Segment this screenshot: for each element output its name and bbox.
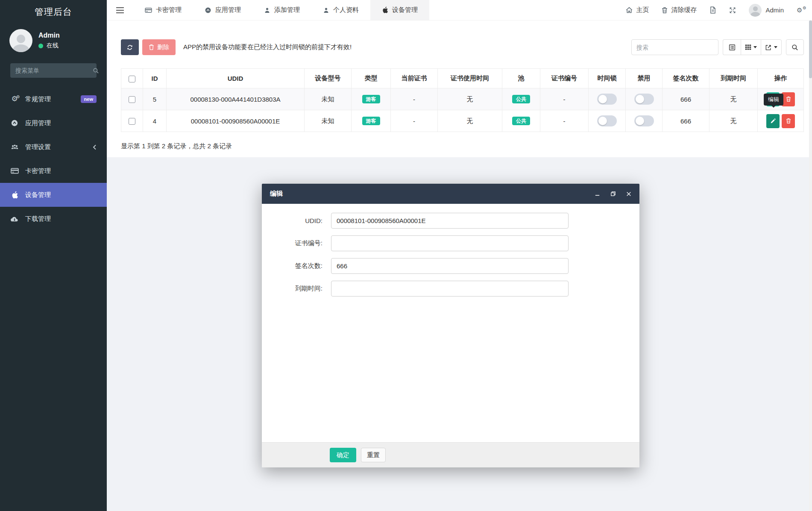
expand-icon [729,7,736,14]
avatar [749,4,762,17]
navbar-user-menu[interactable]: Admin [749,4,784,17]
udid-label: UDID: [262,217,322,224]
sidebar-item-download[interactable]: 下载管理 [0,207,107,231]
sidebar-item-device[interactable]: 设备管理 [0,183,107,207]
export-button[interactable] [761,39,782,55]
reset-button[interactable]: 重置 [361,448,386,462]
cell-id: 4 [143,110,167,132]
page-scrollbar[interactable] [809,21,812,511]
user-icon [323,7,329,14]
nav-tabs: 卡密管理 应用管理 添加管理 个人资料 设备管理 [133,0,429,20]
minimize-icon[interactable] [595,191,600,197]
detail-view-button[interactable] [723,39,741,55]
columns-button[interactable] [741,39,761,55]
detail-view-icon [729,44,736,51]
close-icon[interactable] [626,191,631,197]
tab-label: 应用管理 [215,6,241,14]
expire-time-field[interactable] [331,281,569,297]
cell-cert-time: 无 [438,110,502,132]
select-all-checkbox[interactable] [129,76,135,82]
pencil-icon [770,118,776,124]
settings-button[interactable]: ⚙⚙ [797,6,805,14]
sidebar-item-label: 设备管理 [25,191,51,199]
delete-row-button[interactable] [782,114,795,128]
tab-label: 设备管理 [392,6,418,14]
disable-toggle[interactable] [634,94,654,105]
column-header-disabled: 禁用 [626,69,662,88]
sign-count-field[interactable] [331,258,569,274]
refresh-button[interactable] [121,39,139,55]
udid-field[interactable] [331,213,569,229]
cell-cert-no: - [540,110,589,132]
row-checkbox[interactable] [129,118,135,125]
table-search-input[interactable] [631,39,718,55]
app-circle-icon [10,119,19,127]
row-checkbox[interactable] [129,96,135,103]
tab-profile[interactable]: 个人资料 [311,0,370,20]
search-button[interactable] [786,39,804,55]
language-file-button[interactable] [709,6,716,14]
table-toolbar: 删除 APP的禁用设备功能要在已经注入过时间锁的前提下才有效! [121,39,804,55]
disable-toggle[interactable] [634,115,654,126]
columns-grid-icon [745,44,751,50]
sidebar-search-input[interactable] [15,67,93,74]
column-header-actions: 操作 [758,69,804,88]
sidebar-item-label: 下载管理 [25,215,51,223]
cert-no-label: 证书编号: [262,239,322,247]
trash-icon [786,118,791,124]
sidebar-toggle-button[interactable] [107,0,133,20]
tab-card-management[interactable]: 卡密管理 [133,0,193,20]
home-link[interactable]: 主页 [626,6,649,14]
clear-cache-label: 清除缓存 [671,6,697,14]
cell-model: 未知 [305,110,352,132]
confirm-button[interactable]: 确定 [330,448,356,462]
caret-down-icon [753,46,757,48]
time-lock-toggle[interactable] [597,94,617,105]
user-name: Admin [38,32,60,39]
app-circle-icon [205,7,211,14]
delete-row-button[interactable] [782,92,795,106]
sidebar-menu: ⚙⚙ 常规管理 new 应用管理 管理设置 [0,87,107,231]
type-badge: 游客 [362,117,380,125]
hamburger-icon [116,10,124,11]
delete-button[interactable]: 删除 [142,39,176,55]
toolbar-right [631,39,804,55]
edit-button[interactable] [766,114,780,128]
sidebar-item-card[interactable]: 卡密管理 [0,159,107,183]
time-lock-toggle[interactable] [597,115,617,126]
home-label: 主页 [636,6,649,14]
sidebar-item-app[interactable]: 应用管理 [0,111,107,135]
user-icon [264,7,270,14]
cell-udid: 00008101-000908560A00001E [167,110,305,132]
maximize-icon[interactable] [610,191,616,197]
cell-id: 5 [143,88,167,110]
cert-no-field[interactable] [331,235,569,251]
modal-title: 编辑 [270,190,283,198]
scrollbar-thumb[interactable] [809,21,812,78]
cell-sign-count: 666 [662,110,709,132]
sidebar-item-general[interactable]: ⚙⚙ 常规管理 new [0,87,107,111]
column-header-model: 设备型号 [305,69,352,88]
navbar-right: 主页 清除缓存 Admin ⚙⚙ [626,0,812,20]
tab-label: 添加管理 [274,6,300,14]
cell-sign-count: 666 [662,88,709,110]
fullscreen-button[interactable] [729,7,736,14]
modal-header: 编辑 [262,184,639,204]
trash-icon [786,96,791,102]
warning-text: APP的禁用设备功能要在已经注入过时间锁的前提下才有效! [183,43,352,51]
tab-add-management[interactable]: 添加管理 [252,0,311,20]
user-status-label: 在线 [47,42,59,50]
tab-label: 卡密管理 [156,6,182,14]
apple-icon [10,191,19,199]
record-summary: 显示第 1 到第 2 条记录，总共 2 条记录 [121,142,812,150]
cloud-download-icon [10,215,19,222]
tab-app-management[interactable]: 应用管理 [193,0,252,20]
avatar [9,29,32,52]
sidebar-item-admin-settings[interactable]: 管理设置 [0,135,107,159]
type-badge: 游客 [362,95,380,103]
pool-badge: 公共 [512,95,530,103]
sidebar-item-label: 卡密管理 [25,167,51,175]
clear-cache-link[interactable]: 清除缓存 [662,6,697,14]
top-navbar: 卡密管理 应用管理 添加管理 个人资料 设备管理 主页 [107,0,812,21]
tab-device-management[interactable]: 设备管理 [370,0,429,20]
